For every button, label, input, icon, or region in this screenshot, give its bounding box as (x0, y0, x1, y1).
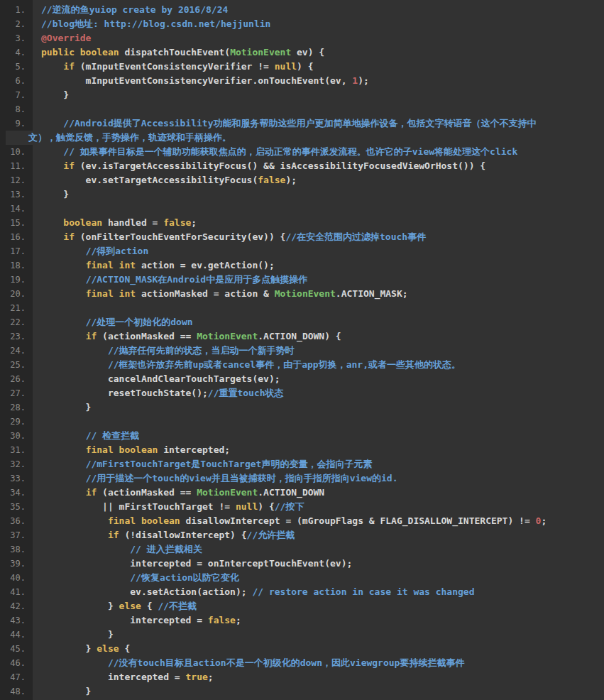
code-segment (41, 217, 63, 228)
code-segment: intercepted = (41, 672, 186, 682)
code-line: 12. ev.setTargetAccessibilityFocus(false… (0, 173, 604, 187)
code-text: //框架也许放弃先前up或者cancel事件，由于app切换，anr,或者一些其… (33, 358, 604, 372)
code-line: 18. final int action = ev.getAction(); (0, 258, 604, 273)
code-segment: ; (191, 217, 197, 228)
code-segment: { (119, 643, 131, 654)
line-number: 11. (0, 159, 33, 173)
code-line: 47. intercepted = true; (0, 670, 604, 684)
code-line: 25. //框架也许放弃先前up或者cancel事件，由于app切换，anr,或… (0, 358, 604, 372)
code-segment: final boolean (108, 515, 180, 526)
code-segment: (mInputEventConsistencyVerifier != (75, 61, 275, 72)
code-text: //ACTION_MASK在Android中是应用于多点触摸操作 (33, 273, 604, 287)
code-line: 36. final boolean disallowIntercept = (m… (0, 514, 604, 528)
code-text: intercepted = onInterceptTouchEvent(ev); (33, 557, 604, 571)
code-line: 15. boolean handled = false; (0, 216, 604, 230)
line-number: 30. (0, 429, 33, 443)
line-number: 15. (0, 216, 33, 230)
code-segment: //重置touch状态 (208, 388, 284, 398)
code-segment (41, 288, 86, 299)
code-segment: (onFilterTouchEventForSecurity(ev)) { (75, 231, 285, 242)
line-number: 42. (0, 599, 33, 613)
code-segment: ); (285, 175, 297, 185)
code-line: 46. //没有touch目标且action不是一个初级化的down，因此vie… (0, 656, 604, 670)
code-segment: //ACTION_MASK在Android中是应用于多点触摸操作 (86, 274, 308, 285)
code-text: //逆流的鱼yuiop create by 2016/8/24 (33, 3, 604, 17)
code-line: 28. } (0, 400, 604, 415)
code-text: ev.setTargetAccessibilityFocus(false); (33, 173, 604, 187)
code-text: if (actionMasked == MotionEvent.ACTION_D… (33, 486, 604, 500)
line-number: 18. (0, 258, 33, 273)
code-line: 17. //得到action (0, 244, 604, 258)
code-segment: if (86, 331, 97, 341)
code-segment (41, 444, 86, 455)
code-segment: .ACTION_DOWN (258, 487, 324, 498)
line-number: 43. (0, 613, 33, 628)
code-text: final boolean disallowIntercept = (mGrou… (33, 514, 604, 528)
code-segment: if (86, 487, 97, 498)
code-segment: dispatchTouchEvent( (119, 47, 231, 58)
code-text: } (33, 88, 604, 102)
code-segment: //在安全范围内过滤掉touch事件 (285, 231, 426, 242)
code-line: 48. } (0, 684, 604, 699)
line-number: 39. (0, 557, 33, 571)
line-number: 17. (0, 244, 33, 258)
code-line: 22. //处理一个初始化的down (0, 315, 604, 329)
code-segment (41, 274, 86, 285)
code-text: if (ev.isTargetAccessibilityFocus() && i… (33, 159, 604, 173)
code-segment: // 进入拦截相关 (130, 544, 202, 554)
code-line: 5. if (mInputEventConsistencyVerifier !=… (0, 60, 604, 74)
code-segment: .ACTION_MASK; (336, 288, 408, 299)
code-segment (41, 260, 86, 270)
code-segment: } (41, 629, 114, 640)
code-text: resetTouchState();//重置touch状态 (33, 386, 604, 400)
code-text: if (mInputEventConsistencyVerifier != nu… (33, 60, 604, 74)
code-segment: // 如果事件目标是一个辅助功能获取焦点的，启动正常的事件派发流程。也许它的子v… (63, 146, 517, 157)
code-segment: ) { (297, 61, 313, 72)
code-segment: if (108, 530, 119, 540)
code-line: 34. if (actionMasked == MotionEvent.ACTI… (0, 486, 604, 500)
code-segment: mInputEventConsistencyVerifier.onTouchEv… (41, 75, 352, 86)
code-text: final boolean intercepted; (33, 443, 604, 457)
code-segment: ); (358, 75, 369, 86)
code-segment: MotionEvent (197, 487, 258, 498)
code-line: 3.@Override (0, 31, 604, 45)
code-segment: //按下 (275, 501, 304, 512)
line-number: 38. (0, 542, 33, 557)
code-segment: } (41, 601, 119, 611)
line-number: 13. (0, 187, 33, 202)
code-text: // 检查拦截 (33, 429, 604, 443)
line-number: 20. (0, 287, 33, 301)
code-segment: final int (86, 288, 136, 299)
code-segment (41, 317, 86, 327)
code-segment (41, 359, 108, 370)
line-number: 41. (0, 585, 33, 599)
code-line: 1.//逆流的鱼yuiop create by 2016/8/24 (0, 3, 604, 17)
code-segment: //不拦截 (158, 601, 197, 611)
code-text: //mFirstTouchTarget是TouchTarget声明的变量，会指向… (33, 457, 604, 471)
code-line: 35. || mFirstTouchTarget != null) {//按下 (0, 500, 604, 514)
code-line: 7. } (0, 88, 604, 102)
code-segment: // 检查拦截 (86, 430, 139, 441)
code-segment: 1 (352, 75, 358, 86)
code-line: 37. if (!disallowIntercept) {//允许拦截 (0, 528, 604, 542)
code-segment (41, 572, 130, 583)
code-segment (41, 231, 63, 242)
line-number: 19. (0, 273, 33, 287)
line-number: 45. (0, 642, 33, 656)
code-text (33, 415, 604, 429)
code-text: intercepted = false; (33, 613, 604, 628)
code-segment: } (41, 402, 91, 412)
code-segment: else (97, 643, 119, 654)
code-segment: //处理一个初始化的down (86, 317, 193, 327)
line-number: 21. (0, 301, 33, 315)
code-segment: else (119, 601, 141, 611)
line-number: 12. (0, 173, 33, 187)
line-number: 36. (0, 514, 33, 528)
code-text: } else { //不拦截 (33, 599, 604, 613)
code-line: 42. } else { //不拦截 (0, 599, 604, 613)
code-segment: ) { (258, 501, 274, 512)
code-line: 27. resetTouchState();//重置touch状态 (0, 386, 604, 400)
code-segment: cancelAndClearTouchTargets(ev); (41, 373, 280, 384)
code-segment: //抛弃任何先前的状态，当启动一个新手势时 (108, 345, 295, 356)
code-segment: //blog地址: http://blog.csdn.net/hejjunlin (41, 18, 270, 29)
